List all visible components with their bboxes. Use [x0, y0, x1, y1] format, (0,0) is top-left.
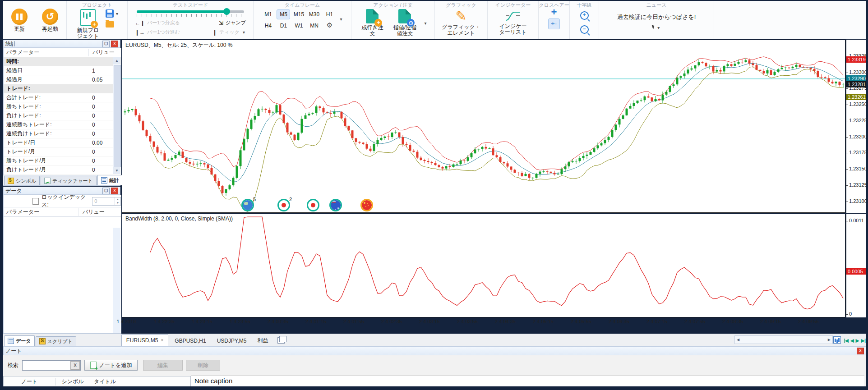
stats-row: 経過月0.05	[4, 75, 121, 84]
bandwidth-chart[interactable]	[122, 214, 845, 317]
timeframe-settings-gear-icon[interactable]: ⚙	[323, 21, 336, 31]
close-tab-icon[interactable]: ×	[161, 338, 164, 343]
go-first-icon[interactable]: |◀	[844, 338, 848, 344]
timeframe-chevron-icon[interactable]: ▾	[339, 17, 343, 22]
lock-index-input[interactable]: 0▲▼	[92, 197, 121, 206]
graphic-elements-button[interactable]: ✎ グラフィック・ エレメント	[442, 8, 480, 36]
go-prev-icon[interactable]: ◀	[850, 338, 854, 344]
graphic-elements-label: グラフィック・ エレメント	[442, 24, 480, 36]
lock-index-label: ロックインデックス:	[42, 193, 89, 209]
chart-list-icon[interactable]	[833, 336, 841, 344]
timeframe-M5[interactable]: M5	[277, 9, 290, 19]
timeframe-M1[interactable]: M1	[261, 9, 275, 19]
edit-note-button[interactable]: 編集	[143, 360, 183, 371]
stats-row: トレード:	[4, 84, 121, 93]
orders-chevron-icon[interactable]: ▾	[423, 21, 427, 26]
indicator-list-button[interactable]: インジケー ターリスト	[495, 8, 531, 35]
price-tick: 1.23200	[846, 134, 867, 139]
notes-close-icon[interactable]: x	[857, 348, 864, 354]
time-axis-label: 2 4 03:55	[450, 319, 485, 324]
new-project-label: 新規プロ ジェクト	[77, 28, 99, 39]
jump-icon[interactable]: ⇲	[219, 20, 223, 26]
news-event-icon-globe[interactable]: 5	[243, 200, 253, 210]
new-chart-window-icon[interactable]	[277, 337, 285, 344]
zoom-in-icon[interactable]: +	[580, 11, 589, 20]
stats-scrollbar[interactable]: ▲ ▼	[113, 57, 120, 174]
graphic-group-label: グラフィック	[446, 2, 476, 8]
scroll-down-icon[interactable]: ▼	[113, 167, 120, 174]
open-folder-icon[interactable]	[106, 21, 114, 28]
search-input[interactable]	[23, 361, 72, 369]
crosshair-sync-icon[interactable]: +·	[548, 18, 560, 29]
timeframe-M30[interactable]: M30	[307, 9, 321, 19]
symbol-icon	[8, 178, 14, 184]
crosshair-plus-icon[interactable]: +	[551, 8, 557, 17]
scroll-right-icon[interactable]: ▶	[826, 338, 832, 342]
tab-スクリプト[interactable]: スクリプト	[36, 336, 76, 346]
update-button[interactable]: 更新	[6, 8, 32, 32]
time-axis-label: 2 4 01:15	[299, 319, 333, 324]
save-chevron-icon[interactable]: ▾	[115, 11, 119, 16]
go-next-icon[interactable]: ▶	[856, 338, 859, 344]
lock-index-checkbox[interactable]	[32, 198, 39, 205]
save-icon[interactable]	[106, 9, 114, 18]
timeframe-H4[interactable]: H4	[261, 21, 275, 31]
tab-ティックチャート[interactable]: ティックチャート	[41, 176, 97, 185]
stats-close-icon[interactable]: x	[111, 41, 118, 47]
news-banner[interactable]: 過去検証に今日からつばさを!	[617, 13, 696, 21]
scroll-up-icon[interactable]: ▲	[113, 57, 120, 64]
timeframe-D1[interactable]: D1	[277, 21, 290, 31]
chart-tab-利益[interactable]: 利益	[253, 335, 273, 346]
speed-slider-thumb[interactable]	[223, 8, 230, 15]
market-order-button[interactable]: + 成行き注 文	[358, 8, 386, 37]
chart-tab-USDJPY,M5[interactable]: USDJPY,M5	[212, 335, 251, 346]
forward-one-bar-icon[interactable]: ❙→	[135, 29, 145, 36]
data-restore-icon[interactable]: ▢	[102, 188, 110, 194]
back-one-bar-label: バー1つ分戻る	[147, 19, 180, 26]
time-axis-label: 2 4 05:15	[526, 319, 560, 324]
tab-統計[interactable]: 統計	[97, 175, 123, 185]
speed-slider[interactable]	[137, 10, 244, 13]
news-event-icon-red-dot[interactable]: 2	[279, 200, 289, 210]
indicator-list-label: インジケー ターリスト	[499, 23, 526, 35]
time-axis-label: 1 4 23:15	[185, 319, 219, 324]
go-last-icon[interactable]: ▶|	[861, 338, 865, 344]
data-close-icon[interactable]: x	[111, 188, 118, 194]
timeframe-M15[interactable]: M15	[292, 9, 305, 19]
data-scrollbar[interactable]	[113, 228, 120, 333]
time-axis-label: 2 4 02:35	[374, 319, 409, 324]
pause-icon	[11, 9, 28, 25]
search-clear-icon[interactable]: X	[70, 361, 80, 370]
chart-tab-EURUSD,M5[interactable]: EURUSD,M5×	[121, 334, 169, 346]
tick-mode-icon[interactable]: ❙	[212, 29, 217, 36]
chart-horizontal-scrollbar[interactable]: ◀ ▶	[734, 335, 833, 344]
bottom-tab-row: データスクリプト EURUSD,M5×GBPUSD,H1USDJPY,M5利益 …	[3, 334, 866, 346]
delete-note-button[interactable]: 削除	[186, 360, 220, 371]
news-event-icon-red-dot[interactable]	[308, 200, 318, 210]
spinner-icons[interactable]: ▲▼	[115, 197, 120, 205]
main-chart[interactable]	[122, 40, 845, 213]
tab-データ[interactable]: データ	[4, 335, 35, 346]
timeframe-W1[interactable]: W1	[292, 21, 305, 31]
zoom-out-icon[interactable]: −	[580, 25, 589, 34]
chart-tab-GBPUSD,H1[interactable]: GBPUSD,H1	[170, 335, 210, 346]
restart-button[interactable]: ↺ 再起動	[37, 8, 63, 32]
speed-chevron-icon[interactable]: ▾	[242, 30, 246, 35]
jump-label: ジャンプ	[226, 19, 246, 26]
news-event-icon-flag-china[interactable]	[362, 200, 372, 210]
scroll-thumb[interactable]	[114, 65, 121, 167]
timeframe-MN[interactable]: MN	[307, 21, 321, 31]
scroll-left-icon[interactable]: ◀	[735, 338, 741, 342]
ribbon-group-orders: アクション / 注文 + 成行き注 文 ◷ 指値/逆指 値注文 ▾	[351, 1, 435, 39]
pending-order-button[interactable]: ◷ 指値/逆指 値注文	[391, 8, 419, 37]
price-tick: 1.23225	[846, 118, 867, 123]
news-chevron-icon[interactable]: ▾	[656, 25, 660, 30]
news-event-icon-flag-australia[interactable]	[331, 200, 341, 210]
timeframe-H1[interactable]: H1	[323, 9, 336, 19]
stats-restore-icon[interactable]: ▢	[102, 41, 110, 47]
stats-row: 負けトレード/月0	[4, 165, 121, 174]
tab-シンボル[interactable]: シンボル	[4, 176, 40, 185]
new-project-button[interactable]: + 新規プロ ジェクト	[75, 8, 101, 39]
add-note-button[interactable]: ノートを追加	[84, 360, 138, 371]
back-one-bar-icon[interactable]: ←❙	[135, 20, 145, 26]
